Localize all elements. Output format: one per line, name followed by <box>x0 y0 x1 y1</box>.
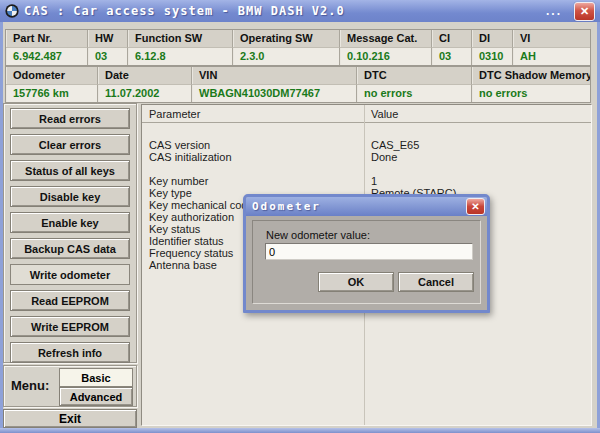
operating-sw-value: 2.3.0 <box>233 48 340 65</box>
ok-button[interactable]: OK <box>318 272 394 292</box>
parameter-row <box>142 127 591 139</box>
refresh-info-button[interactable]: Refresh info <box>10 342 130 363</box>
sidebar-actions-box: Read errors Clear errors Status of all k… <box>3 103 137 363</box>
window-border-left <box>0 22 3 433</box>
col-header: Part Nr. <box>6 30 88 48</box>
col-header: DTC Shadow Memory <box>472 67 590 85</box>
menu-advanced-button[interactable]: Advanced <box>59 387 133 406</box>
col-header: VIN <box>192 67 357 85</box>
table-header-row: Odometer Date VIN DTC DTC Shadow Memory <box>6 67 590 85</box>
parameter-row: CAS initializationDone <box>142 151 591 163</box>
titlebar: CAS : Car access system - BMW DASH V2.0 … <box>0 0 600 22</box>
more-button[interactable]: ... <box>546 4 562 18</box>
table-header-row: Part Nr. HW Function SW Operating SW Mes… <box>6 30 590 48</box>
dialog-titlebar: Odometer ✕ <box>246 197 487 216</box>
dtc-shadow-value: no errors <box>472 85 590 102</box>
parameter-value <box>364 163 591 175</box>
table-value-row: 6.942.487 03 6.12.8 2.3.0 0.10.216 03 03… <box>6 48 590 65</box>
dialog-title: Odometer <box>252 200 466 213</box>
parameter-name: Key number <box>142 175 364 187</box>
parameter-row: CAS versionCAS_E65 <box>142 139 591 151</box>
odometer-dialog: Odometer ✕ New odometer value: OK Cancel <box>243 194 490 313</box>
value-column-header: Value <box>364 108 591 120</box>
parameter-value <box>364 127 591 139</box>
parameter-row: Key number1 <box>142 175 591 187</box>
close-icon: ✕ <box>471 201 479 212</box>
col-header: VI <box>513 30 590 48</box>
parameter-name <box>142 163 364 175</box>
col-header: DTC <box>357 67 472 85</box>
col-header: CI <box>432 30 472 48</box>
window-title: CAS : Car access system - BMW DASH V2.0 <box>24 4 541 18</box>
disable-key-button[interactable]: Disable key <box>10 186 130 207</box>
col-header: HW <box>88 30 128 48</box>
read-errors-button[interactable]: Read errors <box>10 108 130 129</box>
new-odometer-input[interactable] <box>265 243 473 260</box>
date-value: 11.07.2002 <box>98 85 192 102</box>
cas-application-window: CAS : Car access system - BMW DASH V2.0 … <box>0 0 600 433</box>
read-eeprom-button[interactable]: Read EEPROM <box>10 290 130 311</box>
ci-value: 03 <box>432 48 472 65</box>
message-cat-value: 0.10.216 <box>340 48 432 65</box>
odometer-value: 157766 km <box>6 85 98 102</box>
hw-value: 03 <box>88 48 128 65</box>
vi-value: AH <box>513 48 590 65</box>
parameter-value: 1 <box>364 175 591 187</box>
parameter-value: CAS_E65 <box>364 139 591 151</box>
parameter-value: Done <box>364 151 591 163</box>
parameter-name <box>142 127 364 139</box>
part-number-value: 6.942.487 <box>6 48 88 65</box>
dtc-value: no errors <box>357 85 472 102</box>
parameter-name: CAS version <box>142 139 364 151</box>
menu-basic-button[interactable]: Basic <box>59 368 133 387</box>
col-header: Date <box>98 67 192 85</box>
parameter-name: CAS initialization <box>142 151 364 163</box>
col-header: DI <box>472 30 513 48</box>
backup-cas-data-button[interactable]: Backup CAS data <box>10 238 130 259</box>
menu-label: Menu: <box>11 378 49 393</box>
enable-key-button[interactable]: Enable key <box>10 212 130 233</box>
write-eeprom-button[interactable]: Write EEPROM <box>10 316 130 337</box>
vehicle-info-table: Odometer Date VIN DTC DTC Shadow Memory … <box>5 66 591 103</box>
col-header: Function SW <box>128 30 233 48</box>
window-close-button[interactable]: ✕ <box>574 2 595 21</box>
window-border-bottom <box>0 428 600 433</box>
new-odometer-label: New odometer value: <box>266 229 370 241</box>
function-sw-value: 6.12.8 <box>128 48 233 65</box>
col-header: Message Cat. <box>340 30 432 48</box>
parameter-column-header: Parameter <box>142 108 364 120</box>
status-of-all-keys-button[interactable]: Status of all keys <box>10 160 130 181</box>
vin-value: WBAGN41030DM77467 <box>192 85 357 102</box>
clear-errors-button[interactable]: Clear errors <box>10 134 130 155</box>
col-header: Odometer <box>6 67 98 85</box>
dialog-body: New odometer value: OK Cancel <box>246 216 487 310</box>
write-odometer-button[interactable]: Write odometer <box>10 264 130 285</box>
bmw-logo-icon <box>5 4 19 18</box>
close-icon: ✕ <box>580 5 589 18</box>
parameter-row <box>142 163 591 175</box>
parameters-header-row: Parameter Value <box>142 105 591 123</box>
col-header: Operating SW <box>233 30 340 48</box>
exit-button[interactable]: Exit <box>3 409 137 428</box>
dialog-close-button[interactable]: ✕ <box>466 198 485 215</box>
module-info-table: Part Nr. HW Function SW Operating SW Mes… <box>5 29 591 66</box>
table-value-row: 157766 km 11.07.2002 WBAGN41030DM77467 n… <box>6 85 590 102</box>
menu-box: Menu: Basic Advanced <box>3 365 137 407</box>
cancel-button[interactable]: Cancel <box>398 272 474 292</box>
di-value: 0310 <box>472 48 513 65</box>
